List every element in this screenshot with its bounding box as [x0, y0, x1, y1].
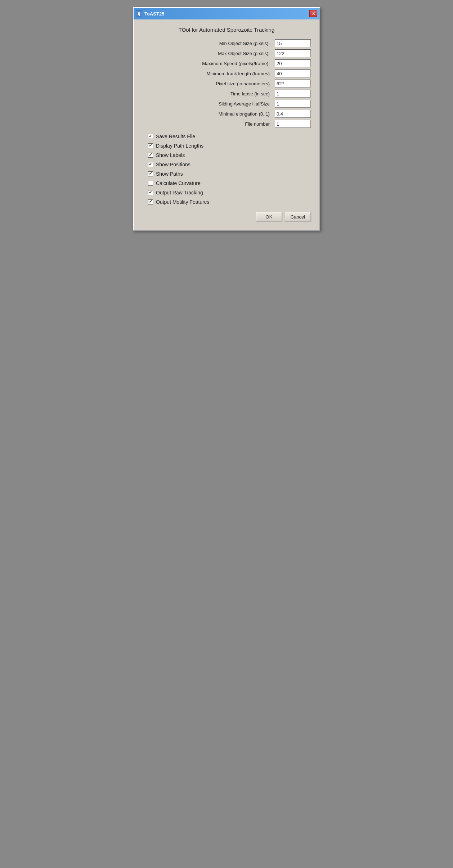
- main-window: ij ToAST25 ✕ TOol for Automated Sporozoi…: [133, 7, 320, 231]
- label-maximum-speed: Maximum Speed (pixels(/frame):: [142, 61, 272, 66]
- label-pixel-size: Pixel size (in nanometers): [142, 81, 272, 86]
- checkbox-label-show-paths[interactable]: Show Paths: [156, 171, 183, 177]
- input-max-object-size[interactable]: [275, 49, 311, 57]
- field-row-time-lapse: Time lapse (in sec): [142, 90, 311, 98]
- cancel-button[interactable]: Cancel: [285, 212, 311, 221]
- checkbox-save-results-file[interactable]: [148, 134, 153, 139]
- field-row-min-track-length: Minimum track length (frames): [142, 69, 311, 77]
- app-title: TOol for Automated Sporozoite Tracking: [142, 27, 311, 33]
- label-max-object-size: Max Object Size (pixels):: [142, 51, 272, 56]
- checkbox-label-calculate-curvature[interactable]: Calculate Curvature: [156, 180, 201, 186]
- button-row: OK Cancel: [142, 212, 311, 223]
- ok-button[interactable]: OK: [256, 212, 282, 221]
- label-time-lapse: Time lapse (in sec): [142, 91, 272, 96]
- field-row-file-number: File number: [142, 120, 311, 128]
- checkbox-output-motility-features[interactable]: [148, 199, 153, 204]
- input-maximum-speed[interactable]: [275, 59, 311, 67]
- input-min-object-size[interactable]: [275, 39, 311, 47]
- checkbox-show-labels[interactable]: [148, 153, 153, 158]
- checkbox-calculate-curvature[interactable]: [148, 181, 153, 186]
- checkbox-label-display-path-lengths[interactable]: Display Path Lengths: [156, 143, 203, 149]
- input-min-track-length[interactable]: [275, 69, 311, 77]
- checkbox-label-output-motility-features[interactable]: Output Motility Features: [156, 199, 210, 205]
- fields-section: Min Object Size (pixels):Max Object Size…: [142, 39, 311, 128]
- label-sliding-average-halfsize: Sliding Average HalfSize: [142, 101, 272, 107]
- checkbox-row-save-results-file: Save Results File: [148, 134, 311, 139]
- field-row-maximum-speed: Maximum Speed (pixels(/frame):: [142, 59, 311, 67]
- input-time-lapse[interactable]: [275, 90, 311, 98]
- checkbox-label-show-positions[interactable]: Show Positions: [156, 162, 190, 167]
- app-icon: ij: [136, 10, 142, 17]
- label-min-object-size: Min Object Size (pixels):: [142, 41, 272, 46]
- field-row-max-object-size: Max Object Size (pixels):: [142, 49, 311, 57]
- checkbox-row-show-positions: Show Positions: [148, 162, 311, 167]
- checkbox-row-output-motility-features: Output Motility Features: [148, 199, 311, 205]
- window-title: ToAST25: [144, 11, 164, 17]
- input-file-number[interactable]: [275, 120, 311, 128]
- checkbox-row-calculate-curvature: Calculate Curvature: [148, 180, 311, 186]
- label-minimal-elongation: Minimal elongation (0..1): [142, 111, 272, 117]
- input-sliding-average-halfsize[interactable]: [275, 100, 311, 108]
- checkbox-row-show-labels: Show Labels: [148, 152, 311, 158]
- checkbox-label-save-results-file[interactable]: Save Results File: [156, 134, 195, 139]
- checkbox-row-display-path-lengths: Display Path Lengths: [148, 143, 311, 149]
- checkbox-output-raw-tracking[interactable]: [148, 190, 153, 195]
- label-min-track-length: Minimum track length (frames): [142, 71, 272, 76]
- checkbox-row-show-paths: Show Paths: [148, 171, 311, 177]
- field-row-minimal-elongation: Minimal elongation (0..1): [142, 110, 311, 118]
- input-pixel-size[interactable]: [275, 80, 311, 87]
- title-bar-left: ij ToAST25: [136, 10, 164, 17]
- checkbox-label-show-labels[interactable]: Show Labels: [156, 152, 185, 158]
- input-minimal-elongation[interactable]: [275, 110, 311, 118]
- checkbox-show-positions[interactable]: [148, 162, 153, 167]
- title-bar: ij ToAST25 ✕: [134, 8, 319, 19]
- checkboxes-section: Save Results FileDisplay Path LengthsSho…: [142, 134, 311, 205]
- checkbox-show-paths[interactable]: [148, 171, 153, 176]
- field-row-sliding-average-halfsize: Sliding Average HalfSize: [142, 100, 311, 108]
- checkbox-display-path-lengths[interactable]: [148, 143, 153, 148]
- close-button[interactable]: ✕: [309, 10, 317, 17]
- checkbox-row-output-raw-tracking: Output Raw Tracking: [148, 190, 311, 195]
- field-row-pixel-size: Pixel size (in nanometers): [142, 80, 311, 87]
- field-row-min-object-size: Min Object Size (pixels):: [142, 39, 311, 47]
- checkbox-label-output-raw-tracking[interactable]: Output Raw Tracking: [156, 190, 203, 195]
- label-file-number: File number: [142, 121, 272, 127]
- window-content: TOol for Automated Sporozoite Tracking M…: [134, 19, 319, 230]
